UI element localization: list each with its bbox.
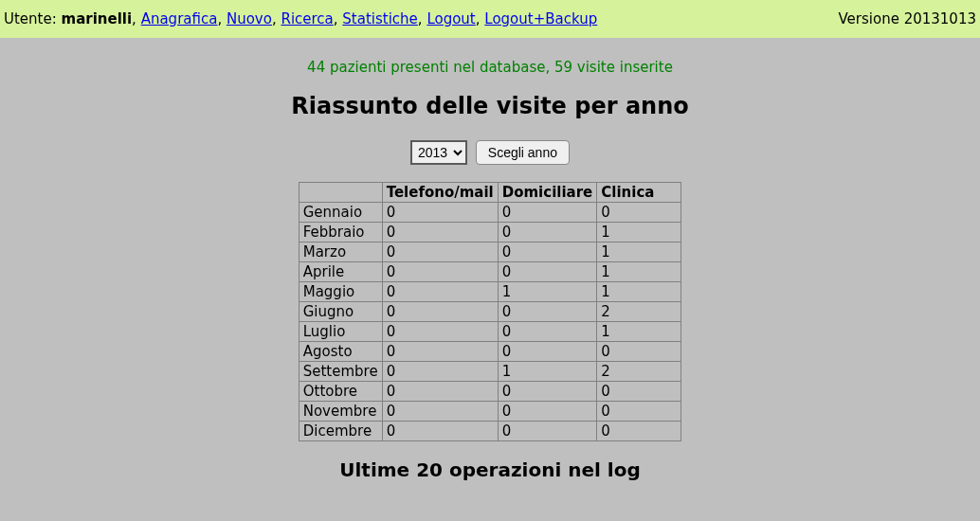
- cell-month: Gennaio: [299, 203, 382, 223]
- cell-month: Settembre: [299, 362, 382, 382]
- table-row: Luglio001: [299, 322, 681, 342]
- table-row: Maggio011: [299, 282, 681, 302]
- top-navigation-bar: Utente: marinelli, Anagrafica, Nuovo, Ri…: [0, 0, 980, 38]
- cell-telefono: 0: [382, 342, 498, 362]
- cell-telefono: 0: [382, 382, 498, 402]
- table-row: Giugno002: [299, 302, 681, 322]
- cell-clinica: 0: [597, 422, 681, 441]
- cell-telefono: 0: [382, 223, 498, 243]
- nav-separator: ,: [217, 10, 227, 27]
- table-header-telefono: Telefono/mail: [382, 183, 498, 203]
- nav-link-ricerca[interactable]: Ricerca: [281, 10, 333, 27]
- table-header-empty: [299, 183, 382, 203]
- nav-link-nuovo[interactable]: Nuovo: [227, 10, 272, 27]
- nav-link-logout[interactable]: Logout: [426, 10, 475, 27]
- cell-month: Ottobre: [299, 382, 382, 402]
- table-row: Settembre012: [299, 362, 681, 382]
- cell-domiciliare: 1: [498, 362, 597, 382]
- cell-telefono: 0: [382, 302, 498, 322]
- nav-link-logout-backup[interactable]: Logout+Backup: [484, 10, 597, 27]
- cell-clinica: 0: [597, 402, 681, 422]
- cell-clinica: 1: [597, 243, 681, 262]
- top-nav-left: Utente: marinelli, Anagrafica, Nuovo, Ri…: [4, 0, 597, 38]
- nav-separator: ,: [476, 10, 485, 27]
- cell-telefono: 0: [382, 422, 498, 441]
- cell-domiciliare: 0: [498, 223, 597, 243]
- visits-summary-table: Telefono/mail Domiciliare Clinica Gennai…: [299, 182, 682, 441]
- cell-domiciliare: 0: [498, 302, 597, 322]
- cell-clinica: 1: [597, 223, 681, 243]
- nav-link-statistiche[interactable]: Statistiche: [342, 10, 418, 27]
- cell-domiciliare: 0: [498, 262, 597, 282]
- cell-domiciliare: 0: [498, 382, 597, 402]
- cell-clinica: 1: [597, 322, 681, 342]
- table-row: Agosto000: [299, 342, 681, 362]
- table-header-domiciliare: Domiciliare: [498, 183, 597, 203]
- cell-telefono: 0: [382, 203, 498, 223]
- cell-domiciliare: 0: [498, 422, 597, 441]
- nav-separator: ,: [132, 10, 141, 27]
- cell-month: Febbraio: [299, 223, 382, 243]
- table-row: Marzo001: [299, 243, 681, 262]
- cell-domiciliare: 0: [498, 342, 597, 362]
- cell-clinica: 0: [597, 382, 681, 402]
- cell-telefono: 0: [382, 402, 498, 422]
- cell-clinica: 0: [597, 203, 681, 223]
- user-name: marinelli: [62, 10, 133, 27]
- cell-month: Maggio: [299, 282, 382, 302]
- cell-clinica: 2: [597, 362, 681, 382]
- cell-month: Dicembre: [299, 422, 382, 441]
- cell-telefono: 0: [382, 262, 498, 282]
- nav-separator: ,: [418, 10, 427, 27]
- version-label: Versione 20131013: [838, 0, 976, 38]
- cell-month: Luglio: [299, 322, 382, 342]
- cell-clinica: 1: [597, 262, 681, 282]
- cell-telefono: 0: [382, 322, 498, 342]
- table-header-row: Telefono/mail Domiciliare Clinica: [299, 183, 681, 203]
- cell-domiciliare: 0: [498, 243, 597, 262]
- cell-domiciliare: 0: [498, 322, 597, 342]
- cell-month: Giugno: [299, 302, 382, 322]
- year-selection-form: 2013 Scegli anno: [0, 140, 980, 165]
- cell-telefono: 0: [382, 243, 498, 262]
- table-row: Febbraio001: [299, 223, 681, 243]
- cell-month: Marzo: [299, 243, 382, 262]
- choose-year-button[interactable]: Scegli anno: [476, 140, 570, 165]
- cell-domiciliare: 1: [498, 282, 597, 302]
- cell-clinica: 2: [597, 302, 681, 322]
- nav-separator: ,: [334, 10, 343, 27]
- log-section-title: Ultime 20 operazioni nel log: [0, 458, 980, 481]
- table-row: Dicembre000: [299, 422, 681, 441]
- user-label: Utente:: [4, 10, 62, 27]
- cell-telefono: 0: [382, 282, 498, 302]
- table-row: Novembre000: [299, 402, 681, 422]
- table-row: Ottobre000: [299, 382, 681, 402]
- table-row: Gennaio000: [299, 203, 681, 223]
- table-row: Aprile001: [299, 262, 681, 282]
- nav-link-anagrafica[interactable]: Anagrafica: [141, 10, 218, 27]
- cell-telefono: 0: [382, 362, 498, 382]
- cell-domiciliare: 0: [498, 402, 597, 422]
- page-title: Riassunto delle visite per anno: [0, 93, 980, 119]
- year-select[interactable]: 2013: [410, 140, 467, 165]
- database-status-text: 44 pazienti presenti nel database, 59 vi…: [0, 59, 980, 76]
- cell-domiciliare: 0: [498, 203, 597, 223]
- cell-month: Novembre: [299, 402, 382, 422]
- table-header-clinica: Clinica: [597, 183, 681, 203]
- cell-clinica: 0: [597, 342, 681, 362]
- cell-clinica: 1: [597, 282, 681, 302]
- cell-month: Agosto: [299, 342, 382, 362]
- cell-month: Aprile: [299, 262, 382, 282]
